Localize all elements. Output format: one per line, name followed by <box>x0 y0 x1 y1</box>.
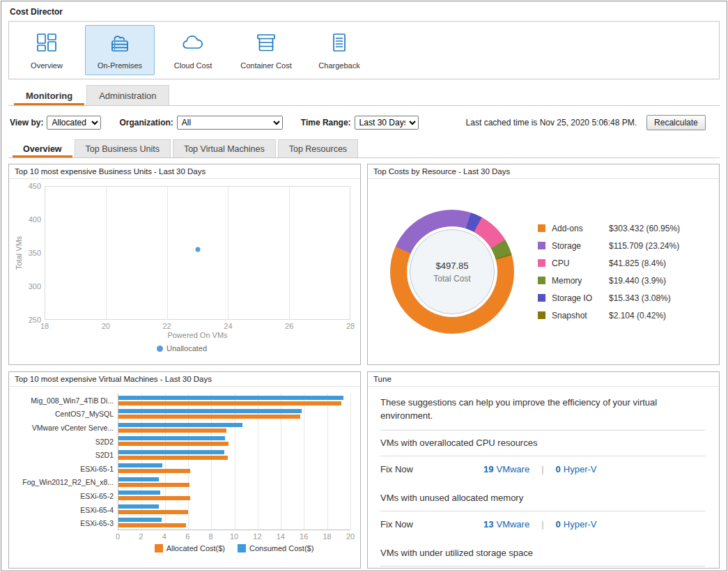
fix-now-link[interactable]: Fix Now <box>380 519 483 530</box>
subtab-overview[interactable]: Overview <box>13 140 72 157</box>
overview-dashboard-icon <box>33 31 61 54</box>
legend-swatch <box>538 311 545 319</box>
view-by-group: View by: Allocated <box>10 116 101 130</box>
gridline <box>281 394 281 530</box>
tab-strip: MonitoringAdministration <box>8 85 720 106</box>
gridline <box>350 394 351 530</box>
bar-allocated-cost <box>118 428 226 433</box>
fix-now-link[interactable]: Fix Now <box>380 464 483 474</box>
bar-allocated-cost <box>118 415 300 419</box>
vm-count: 13 <box>483 519 493 530</box>
nav-item-cloud-cost[interactable]: Cloud Cost <box>158 25 228 75</box>
bar-consumed-cost <box>118 504 159 509</box>
time-range-label: Time Range: <box>301 118 351 127</box>
tune-section-heading: VMs with unused allocated memory <box>380 492 705 504</box>
donut-legend-item-snapshot: Snapshot$2.104 (0.42%) <box>538 311 680 320</box>
subtab-top-virtual-machines[interactable]: Top Virtual Machines <box>173 139 276 157</box>
legend-item-unallocated: Unallocated <box>157 344 207 353</box>
tune-section-heading: VMs with overallocated CPU resources <box>380 437 705 449</box>
nav-item-on-premises[interactable]: On-Premises <box>85 25 155 75</box>
y-tick-label: 450 <box>29 182 41 190</box>
vmware-link[interactable]: 13VMware <box>483 519 529 530</box>
virtual-machines-chart: Mig_008_Win7_4TiB Di...CentOS7_MySQLVMwa… <box>9 387 360 568</box>
time-range-select[interactable]: Last 30 Days <box>355 116 419 130</box>
donut-legend-item-add-ons: Add-ons$303.432 (60.95%) <box>538 224 680 233</box>
bar-allocated-cost <box>118 456 228 460</box>
resource-costs-chart: $497.85 Total Cost Add-ons$303.432 (60.9… <box>368 179 719 364</box>
tab-monitoring[interactable]: Monitoring <box>14 86 84 105</box>
bar-consumed-cost <box>118 436 225 440</box>
hyper-v-link[interactable]: 0Hyper-V <box>556 519 597 530</box>
bar-allocated-cost <box>118 523 186 527</box>
x-tick-label: 20 <box>346 532 355 541</box>
legend-value: $115.709 (23.24%) <box>609 241 679 251</box>
subtab-top-business-units[interactable]: Top Business Units <box>75 139 171 157</box>
resource-costs-panel: Top Costs by Resource - Last 30 Days $49… <box>367 164 720 365</box>
x-tick-label: 0 <box>116 532 120 541</box>
x-tick-label: 24 <box>224 322 232 330</box>
axis-spacer <box>13 530 118 541</box>
tune-section-1: VMs with overallocated CPU resourcesFix … <box>380 437 705 476</box>
bar-consumed-cost <box>118 396 343 400</box>
organization-group: Organization: All <box>119 116 282 130</box>
container-box-icon-wrap <box>252 31 280 56</box>
legend-label: Add-ons <box>552 224 609 233</box>
scatter-legend: Unallocated <box>13 341 350 353</box>
subtab-top-resources[interactable]: Top Resources <box>278 139 358 157</box>
scatter-xaxis: 182022242628 <box>45 320 350 331</box>
cloud-icon <box>179 31 207 54</box>
x-tick-label: 18 <box>40 322 49 330</box>
x-tick-label: 26 <box>285 322 293 330</box>
tune-sections: VMs with overallocated CPU resourcesFix … <box>380 437 705 568</box>
legend-value: $303.432 (60.95%) <box>609 224 680 233</box>
vmware-link[interactable]: 19VMware <box>483 464 529 474</box>
panel-title: Top 10 most expensive Business Units - L… <box>9 164 360 179</box>
separator: | <box>541 519 543 530</box>
bar-category-label: VMware vCenter Serve... <box>13 421 118 435</box>
bar-category-label: CentOS7_MySQL <box>13 408 118 422</box>
bar-area: Mig_008_Win7_4TiB Di...CentOS7_MySQLVMwa… <box>13 394 350 530</box>
legend-dot <box>157 346 163 352</box>
vm-platform-label: Hyper-V <box>564 519 597 530</box>
view-by-label: View by: <box>10 118 43 127</box>
cost-director-window: Cost Director OverviewOn-PremisesCloud C… <box>1 1 727 571</box>
dashboard-grid: Top 10 most expensive Business Units - L… <box>8 164 720 569</box>
divider <box>380 566 705 566</box>
tune-fix-row: Fix Now13VMware|0Hyper-V <box>380 518 705 531</box>
nav-item-overview[interactable]: Overview <box>12 25 82 75</box>
page-title: Cost Director <box>1 1 727 21</box>
organization-select[interactable]: All <box>177 116 283 130</box>
legend-swatch <box>538 242 545 249</box>
bar-category-label: ESXi-65-1 <box>13 462 118 476</box>
vm-platform-label: Hyper-V <box>564 464 597 474</box>
vm-count: 0 <box>556 519 561 530</box>
donut-center: $497.85 Total Cost <box>410 229 495 314</box>
bar-consumed-cost <box>118 450 224 454</box>
scatter-yaxis: 250300350400450 <box>24 186 45 320</box>
legend-label: CPU <box>552 258 609 268</box>
vm-platform-label: VMware <box>496 519 529 530</box>
bar-category-label: ESXi-65-2 <box>13 489 118 503</box>
bar-allocated-cost <box>118 469 190 473</box>
bar-allocated-cost <box>118 483 189 487</box>
tab-administration[interactable]: Administration <box>86 85 169 105</box>
x-tick-label: 4 <box>162 532 166 541</box>
container-box-icon <box>252 31 280 54</box>
bar-legend: Allocated Cost($)Consumed Cost($) <box>13 541 350 552</box>
icon-nav: OverviewOn-PremisesCloud CostContainer C… <box>8 21 720 79</box>
donut-chart: $497.85 Total Cost <box>390 210 514 334</box>
nav-item-chargeback[interactable]: Chargeback <box>304 25 374 75</box>
bar-xaxis: 02468101214161820 <box>118 530 350 541</box>
hyper-v-link[interactable]: 0Hyper-V <box>556 464 597 474</box>
donut-legend-item-cpu: CPU$41.825 (8.4%) <box>538 258 680 268</box>
recalculate-button[interactable]: Recalculate <box>646 115 706 130</box>
organization-label: Organization: <box>119 118 173 127</box>
x-tick-label: 28 <box>346 322 355 330</box>
view-by-select[interactable]: Allocated <box>47 116 101 130</box>
nav-item-container-cost[interactable]: Container Cost <box>231 25 301 75</box>
last-cached-time-text: Last cached time is Nov 25, 2020 5:06:48… <box>466 118 637 127</box>
total-cost-value: $497.85 <box>436 261 469 271</box>
legend-swatch <box>538 277 545 284</box>
gridline <box>165 394 166 530</box>
x-tick-label: 6 <box>185 532 189 541</box>
